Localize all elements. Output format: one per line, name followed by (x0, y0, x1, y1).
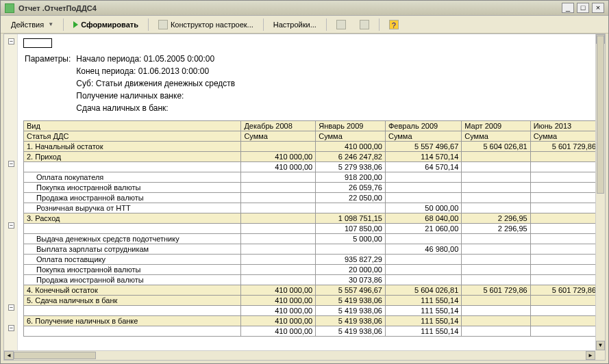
grid-cell (462, 306, 530, 316)
run-report-button[interactable]: Сформировать (67, 18, 145, 31)
help-button[interactable]: ? (383, 18, 405, 31)
tool-icon (360, 20, 369, 29)
grid-cell (530, 224, 599, 234)
minimize-button[interactable]: _ (562, 3, 574, 13)
grid-row-label: 1. Начальный остаток (24, 142, 241, 152)
titlebar: Отчет .ОтчетПоДДС4 _ □ × (1, 1, 608, 16)
grid-cell: 111 550,14 (385, 306, 461, 316)
tree-toggle[interactable]: − (8, 161, 14, 167)
vertical-scrollbar[interactable]: ▲ ▼ (595, 34, 605, 350)
grid-cell: 46 980,00 (385, 244, 461, 255)
grid-cell (530, 296, 599, 306)
grid-header-period: Март 2009 (462, 121, 530, 131)
grid-header-sum: Сумма (530, 131, 599, 142)
grid-row-label: 5. Сдача наличных в банк (24, 296, 241, 306)
grid-row-label: 3. Расход (24, 213, 241, 224)
param-row: Начало периода: 01.05.2005 0:00:00 (76, 53, 239, 64)
grid-cell (241, 275, 316, 285)
tree-toggle[interactable]: − (8, 304, 14, 311)
settings-button[interactable]: Настройки... (267, 18, 323, 31)
grid-cell (241, 142, 316, 152)
actions-menu[interactable]: Действия ▼ (5, 18, 60, 31)
grid-cell (462, 162, 530, 172)
grid-cell: 68 040,00 (385, 213, 461, 224)
grid-header-vid: Вид (24, 121, 241, 131)
grid-cell (530, 326, 599, 337)
grid-cell: 5 557 496,67 (316, 285, 386, 296)
grid-cell (462, 255, 530, 265)
report-scroll[interactable]: − −−−− Параметры:Начало периода: 01.05.2… (4, 34, 605, 360)
grid-cell: 5 601 729,86 (530, 142, 599, 152)
grid-cell (530, 244, 599, 255)
grid-header-sum: Сумма (316, 131, 386, 142)
grid-cell (462, 316, 530, 326)
scroll-thumb[interactable] (597, 36, 604, 194)
grid-cell (385, 183, 461, 193)
grid-cell (241, 234, 316, 244)
tool-button-2[interactable] (353, 18, 375, 31)
grid-cell (530, 213, 599, 224)
grid-cell (530, 183, 599, 193)
grid-cell (316, 244, 386, 255)
scroll-left-arrow[interactable]: ◄ (4, 351, 14, 360)
grid-header-sum: Сумма (385, 131, 461, 142)
scroll-corner (595, 350, 605, 360)
settings-designer-button[interactable]: Конструктор настроек... (152, 18, 260, 31)
grid-row-label: Оплата поставщику (24, 255, 241, 265)
grid-cell: 918 200,00 (316, 172, 386, 183)
tree-gutter: − −−−− (4, 34, 18, 360)
tree-toggle[interactable]: − (8, 222, 14, 229)
grid-row-label (24, 306, 241, 316)
scroll-right-arrow[interactable]: ► (586, 351, 595, 360)
grid-cell (241, 193, 316, 203)
grid-cell: 5 000,00 (316, 234, 386, 244)
grid-cell: 935 827,29 (316, 255, 386, 265)
designer-icon (158, 20, 168, 29)
grid-cell (462, 152, 530, 162)
grid-cell (462, 244, 530, 255)
play-icon (73, 21, 78, 28)
grid-cell (385, 172, 461, 183)
close-button[interactable]: × (592, 3, 604, 13)
horizontal-scrollbar[interactable]: ◄ ► (4, 350, 595, 360)
grid-cell: 410 000,00 (241, 162, 316, 172)
grid-cell (530, 316, 599, 326)
scroll-down-arrow[interactable]: ▼ (596, 341, 605, 350)
param-row: Суб: Статьи движения денежных средств (76, 78, 239, 89)
grid-cell: 410 000,00 (241, 296, 316, 306)
params-table: Параметры:Начало периода: 01.05.2005 0:0… (23, 52, 240, 115)
grid-cell (241, 265, 316, 275)
grid-cell: 410 000,00 (241, 152, 316, 162)
grid-cell: 5 419 938,06 (316, 326, 386, 337)
param-row: Конец периода: 01.06.2013 0:00:00 (76, 66, 239, 77)
grid-row-label: Выплата зарплаты сотрудникам (24, 244, 241, 255)
run-label: Сформировать (81, 21, 138, 29)
param-row: Получение наличных ванке: (76, 90, 239, 101)
grid-cell: 1 098 751,15 (316, 213, 386, 224)
grid-cell (241, 224, 316, 234)
tree-toggle[interactable]: − (8, 325, 14, 331)
tool-button-1[interactable] (330, 18, 352, 31)
app-window: Отчет .ОтчетПоДДС4 _ □ × Действия ▼ Сфор… (0, 0, 609, 364)
grid-cell (462, 265, 530, 275)
designer-label: Конструктор настроек... (171, 21, 253, 29)
separator (148, 18, 149, 31)
maximize-button[interactable]: □ (577, 3, 589, 13)
tree-toggle[interactable]: − (8, 38, 14, 44)
params-label: Параметры: (25, 53, 75, 64)
app-icon (5, 3, 14, 13)
grid-cell: 6 246 247,82 (316, 152, 386, 162)
report-viewport: − −−−− Параметры:Начало периода: 01.05.2… (3, 34, 606, 361)
grid-cell (241, 213, 316, 224)
grid-cell: 5 419 938,06 (316, 316, 386, 326)
grid-cell (241, 244, 316, 255)
grid-cell: 111 550,14 (385, 316, 461, 326)
grid-cell (241, 183, 316, 193)
grid-cell (385, 255, 461, 265)
grid-cell (530, 255, 599, 265)
scroll-thumb[interactable] (14, 352, 96, 359)
grid-header-sum: Сумма (241, 131, 316, 142)
grid-cell (530, 265, 599, 275)
grid-cell: 410 000,00 (241, 316, 316, 326)
grid-row-label: Покупка иностранной валюты (24, 265, 241, 275)
